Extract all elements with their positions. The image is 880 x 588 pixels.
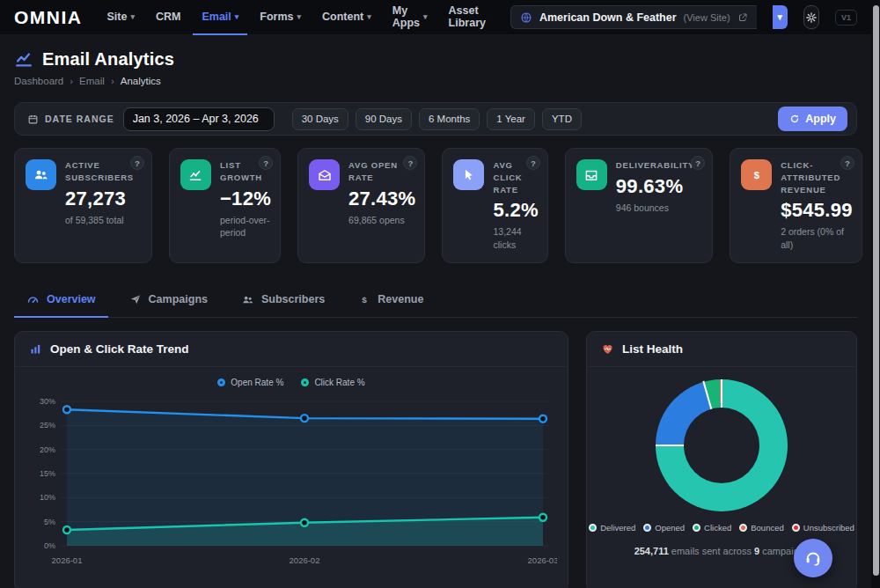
- range-button-6-months[interactable]: 6 Months: [419, 108, 480, 130]
- chevron-down-icon: ▾: [235, 12, 239, 21]
- breadcrumb-email[interactable]: Email: [79, 76, 105, 86]
- gear-icon: [805, 11, 818, 24]
- emails-sent-caption: 254,711 emails sent across 9 campaigns: [634, 546, 810, 556]
- nav-item-my-apps[interactable]: My Apps▾: [384, 0, 436, 35]
- heart-pulse-icon: [601, 342, 614, 356]
- list-health-donut: [656, 379, 788, 511]
- nav-item-forms[interactable]: Forms▾: [251, 0, 310, 35]
- legend-dot-icon: [589, 524, 597, 532]
- quick-ranges: 30 Days90 Days6 Months1 YearYTD: [292, 108, 582, 130]
- settings-button[interactable]: [803, 5, 819, 29]
- scrollbar-thumb[interactable]: [873, 5, 879, 576]
- donut-legend-unsubscribed[interactable]: Unsubscribed: [792, 523, 854, 533]
- legend-dot-icon: [739, 524, 747, 532]
- stat-card-avg-click-rate: AVG CLICK RATE5.2%13,244 clicks?: [442, 148, 547, 263]
- legend-dot-icon: [693, 524, 700, 532]
- svg-text:0%: 0%: [44, 541, 55, 550]
- stat-value: $545.99: [781, 199, 853, 222]
- nav-item-crm[interactable]: CRM: [147, 0, 189, 35]
- apply-button[interactable]: Apply: [778, 107, 847, 131]
- main-nav: Site▾CRMEmail▾Forms▾Content▾My Apps▾Asse…: [99, 0, 495, 35]
- site-name: American Down & Feather: [539, 11, 677, 24]
- svg-text:15%: 15%: [40, 469, 55, 478]
- svg-text:2026-01: 2026-01: [52, 555, 83, 565]
- chevron-down-icon: ▼: [775, 12, 784, 22]
- stat-value: 99.63%: [616, 175, 703, 198]
- tab-campaigns[interactable]: Campaigns: [117, 284, 220, 318]
- stat-card-click-attributed-revenue: $CLICK-ATTRIBUTED REVENUE$545.992 orders…: [730, 148, 862, 263]
- breadcrumb-separator: ›: [70, 76, 73, 86]
- date-range-label: DATE RANGE: [45, 114, 114, 124]
- breadcrumb: Dashboard›Email›Analytics: [14, 76, 866, 86]
- chevron-down-icon: ▾: [423, 12, 428, 21]
- users2-icon: [241, 293, 254, 306]
- breadcrumb-separator: ›: [111, 76, 114, 86]
- svg-text:20%: 20%: [40, 445, 55, 453]
- svg-text:30%: 30%: [40, 397, 55, 406]
- trend-legend: Open Rate %Click Rate %: [24, 372, 559, 389]
- stat-card-list-growth: LIST GROWTH−12%period-over-period?: [169, 148, 281, 263]
- tab-overview[interactable]: Overview: [14, 284, 108, 318]
- donut-legend-bounced[interactable]: Bounced: [739, 523, 784, 533]
- site-dropdown-button[interactable]: ▼: [773, 5, 788, 29]
- help-icon[interactable]: ?: [259, 156, 273, 170]
- donut-legend-clicked[interactable]: Clicked: [693, 523, 731, 533]
- stat-card-deliverability: DELIVERABILITY99.63%946 bounces?: [565, 148, 713, 263]
- range-button-90-days[interactable]: 90 Days: [356, 108, 412, 130]
- apply-button-label: Apply: [805, 113, 836, 125]
- brand-logo[interactable]: OMNIA: [14, 7, 83, 28]
- tab-revenue[interactable]: $Revenue: [346, 284, 436, 318]
- legend-dot-icon: [792, 524, 800, 532]
- chevron-down-icon: ▾: [367, 12, 371, 21]
- breadcrumb-analytics[interactable]: Analytics: [121, 76, 161, 86]
- top-navigation-bar: OMNIA Site▾CRMEmail▾Forms▾Content▾My App…: [0, 0, 880, 35]
- donut-legend-delivered[interactable]: Delivered: [589, 523, 635, 533]
- donut-legend-opened[interactable]: Opened: [643, 523, 685, 533]
- svg-text:$: $: [362, 295, 367, 305]
- version-badge: V1: [835, 10, 857, 26]
- refresh-icon: [789, 114, 800, 124]
- nav-item-site[interactable]: Site▾: [99, 0, 143, 35]
- legend-dot-icon: [643, 524, 651, 532]
- stat-value: 5.2%: [493, 199, 538, 222]
- help-icon[interactable]: ?: [840, 156, 854, 170]
- mail-open-icon: [309, 159, 340, 190]
- tab-subscribers[interactable]: Subscribers: [229, 284, 337, 318]
- svg-text:$: $: [754, 169, 760, 180]
- inbox-icon: [576, 159, 607, 190]
- nav-item-content[interactable]: Content▾: [313, 0, 380, 35]
- chevron-down-icon: ▾: [297, 12, 302, 21]
- headset-icon: [803, 548, 823, 568]
- legend-ring-icon: [301, 379, 309, 386]
- svg-text:5%: 5%: [44, 517, 55, 526]
- nav-item-email[interactable]: Email▾: [193, 0, 247, 35]
- range-button-1-year[interactable]: 1 Year: [487, 108, 535, 130]
- stat-value: 27,273: [65, 187, 143, 210]
- date-range-input[interactable]: [123, 107, 275, 131]
- dollar2-icon: $: [358, 293, 370, 305]
- stat-caption: of 59,385 total: [65, 214, 143, 227]
- support-chat-button[interactable]: [794, 539, 832, 577]
- stat-caption: period-over-period: [220, 214, 271, 239]
- chart-line-icon: [180, 159, 211, 190]
- site-selector[interactable]: American Down & Feather (View Site): [510, 5, 757, 29]
- range-button-30-days[interactable]: 30 Days: [292, 108, 348, 130]
- trend-panel: Open & Click Rate Trend Open Rate %Click…: [14, 331, 568, 588]
- nav-item-asset-library[interactable]: Asset Library: [440, 0, 495, 35]
- calendar-icon: [27, 114, 39, 125]
- cursor-icon: [453, 159, 484, 190]
- legend-item-open-rate[interactable]: Open Rate %: [217, 378, 283, 387]
- range-button-ytd[interactable]: YTD: [542, 108, 582, 130]
- view-site-link[interactable]: (View Site): [684, 12, 730, 23]
- svg-text:2026-03: 2026-03: [528, 555, 557, 565]
- dollar-icon: $: [741, 159, 772, 190]
- stat-caption: 13,244 clicks: [493, 225, 538, 251]
- legend-item-click-rate[interactable]: Click Rate %: [301, 378, 364, 387]
- help-icon[interactable]: ?: [130, 156, 144, 170]
- stat-cards-row: ACTIVE SUBSCRIBERS27,273of 59,385 total?…: [14, 148, 857, 263]
- stat-caption: 946 bounces: [616, 202, 703, 215]
- external-link-icon[interactable]: [737, 12, 748, 23]
- date-filter-bar: DATE RANGE 30 Days90 Days6 Months1 YearY…: [14, 102, 857, 136]
- breadcrumb-dashboard[interactable]: Dashboard: [14, 76, 63, 86]
- help-icon[interactable]: ?: [526, 156, 540, 170]
